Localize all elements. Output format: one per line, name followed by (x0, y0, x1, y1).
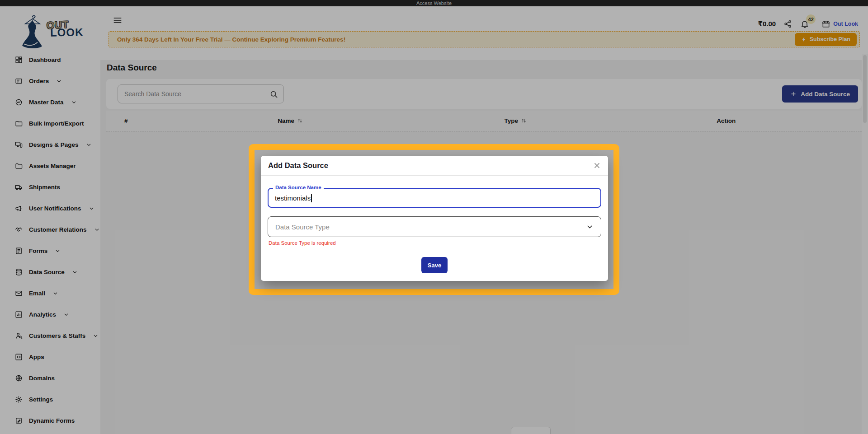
app-window: Access Website OUT LOOK DashboardOrdersM… (0, 0, 868, 434)
modal-title: Add Data Source (268, 161, 328, 170)
data-source-type-placeholder: Data Source Type (275, 223, 330, 231)
text-caret (311, 194, 312, 202)
data-source-name-value: testimonials (275, 194, 311, 202)
close-icon[interactable] (593, 162, 601, 169)
data-source-name-input[interactable]: Data Source Name testimonials (268, 188, 601, 208)
type-required-error: Data Source Type is required (269, 240, 600, 246)
data-source-type-select[interactable]: Data Source Type (268, 216, 601, 237)
modal-body: Data Source Name testimonials Data Sourc… (261, 188, 608, 273)
save-button[interactable]: Save (421, 257, 448, 273)
modal-header: Add Data Source (261, 156, 608, 176)
add-data-source-modal: Add Data Source Data Source Name testimo… (261, 156, 608, 281)
chevron-down-icon (586, 223, 594, 231)
data-source-name-label: Data Source Name (273, 185, 324, 190)
